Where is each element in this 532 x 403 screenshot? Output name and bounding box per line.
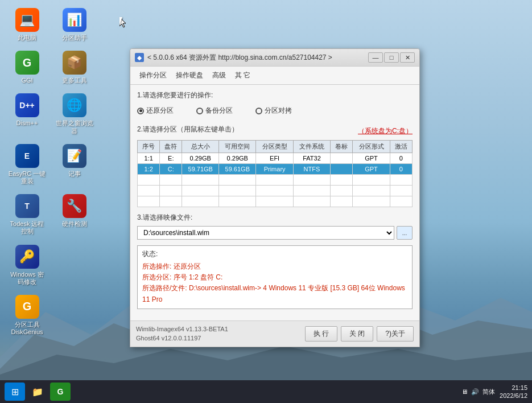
icon-todesk[interactable]: T Todesk 远程控制 <box>6 192 48 237</box>
more-tools-icon-img: 📦 <box>63 51 86 75</box>
dism-icon-label: Dism++ <box>17 120 38 127</box>
menu-advanced[interactable]: 高级 <box>208 69 230 82</box>
menu-partition-ops[interactable]: 操作分区 <box>135 69 171 82</box>
desktop-icons: 💻 此电脑 📊 分区助手 G GGI 📦 更多工具 D++ Dism++ 🌐 世… <box>6 6 96 338</box>
partition-assist-icon-img: 📊 <box>63 8 86 32</box>
svg-marker-3 <box>119 17 126 27</box>
image-input-row: D:\sources\install.wim ... <box>137 226 413 240</box>
th-avail: 可用空间 <box>219 141 256 153</box>
radio-backup[interactable]: 备份分区 <box>196 106 233 116</box>
icon-diskgenius[interactable]: G 分区工具 DiskGenius <box>6 293 48 338</box>
notepad-icon-label: 记事 <box>68 170 81 178</box>
table-row[interactable]: 1:2C:59.71GB59.61GBPrimaryNTFSGPT0 <box>138 164 413 175</box>
ime-tray-label[interactable]: 简体 <box>482 388 495 396</box>
th-active: 激活 <box>390 141 412 153</box>
hw-detect-icon-label: 硬件检测 <box>62 220 87 228</box>
execute-button[interactable]: 执 行 <box>305 326 337 342</box>
radio-compare-circle <box>255 108 262 114</box>
status-line-0: 所选操作: 还原分区 <box>142 261 407 272</box>
computer-icon-img: 💻 <box>15 8 39 32</box>
status-section: 状态: 所选操作: 还原分区所选分区: 序号 1:2 盘符 C:所选路径/文件:… <box>137 245 413 309</box>
table-empty-row <box>138 175 413 186</box>
clock-date: 2022/6/12 <box>500 392 527 400</box>
icon-world[interactable]: 🌐 世界之窗浏览器 <box>53 91 96 137</box>
th-type: 分区类型 <box>256 141 293 153</box>
menu-other[interactable]: 其 它 <box>230 69 255 82</box>
table-row[interactable]: 1:1E:0.29GB0.29GBEFIFAT32GPT0 <box>138 153 413 164</box>
g-icon: G <box>57 387 64 396</box>
radio-backup-label: 备份分区 <box>205 106 233 116</box>
radio-compare[interactable]: 分区对拷 <box>255 106 292 116</box>
icon-computer[interactable]: 💻 此电脑 <box>6 6 48 44</box>
radio-restore[interactable]: 还原分区 <box>137 106 174 116</box>
table-empty-row <box>138 196 413 207</box>
footer-lib: Wimlib-Imagex64 v1.13.3-BETA1 <box>136 324 228 334</box>
icon-row-6: 🔑 Windows 密码修改 <box>6 242 96 288</box>
icon-gg[interactable]: G GGI <box>6 48 48 87</box>
dialog-controls: — □ ✕ <box>368 52 415 63</box>
dialog-footer: Wimlib-Imagex64 v1.13.3-BETA1 Ghost64 v1… <box>130 320 419 347</box>
winpass-icon-label: Windows 密码修改 <box>8 271 46 286</box>
world-icon-img: 🌐 <box>63 93 86 117</box>
radio-restore-label: 还原分区 <box>146 106 174 116</box>
menu-bar: 操作分区 操作硬盘 高级 其 它 <box>130 67 419 85</box>
icon-winpass[interactable]: 🔑 Windows 密码修改 <box>6 242 48 288</box>
start-button[interactable]: ⊞ <box>5 383 25 401</box>
image-section: 3.请选择映像文件: D:\sources\install.wim ... <box>137 213 413 240</box>
file-explorer-icon: 📁 <box>32 386 43 397</box>
table-empty-row <box>138 186 413 196</box>
diskgenius-icon-img: G <box>15 295 39 319</box>
icon-row-3: D++ Dism++ 🌐 世界之窗浏览器 <box>6 91 96 137</box>
status-title: 状态: <box>142 249 407 259</box>
icon-row-4: E EasyRC 一键重装 📝 记事 <box>6 142 96 187</box>
icon-hw-detect[interactable]: 🔧 硬件检测 <box>53 192 96 237</box>
close-dialog-button[interactable]: 关 闭 <box>341 326 373 342</box>
dialog-title-left: ◆ < 5.0.0.6 x64 资源外置 http://blog.sina.co… <box>135 53 332 63</box>
radio-compare-label: 分区对拷 <box>265 106 292 116</box>
menu-disk-ops[interactable]: 操作硬盘 <box>171 69 208 82</box>
minimize-button[interactable]: — <box>368 52 383 63</box>
icon-dism[interactable]: D++ Dism++ <box>6 91 48 137</box>
dialog-title-text: < 5.0.0.6 x64 资源外置 http://blog.sina.com.… <box>147 53 332 63</box>
about-button[interactable]: ?)关于 <box>377 326 414 342</box>
th-format: 分区形式 <box>353 141 390 153</box>
icon-row-1: 💻 此电脑 📊 分区助手 <box>6 6 96 44</box>
dialog-window: ◆ < 5.0.0.6 x64 资源外置 http://blog.sina.co… <box>130 48 420 347</box>
sys-disk-label[interactable]: （系统盘为C:盘） <box>358 126 413 136</box>
dialog-app-icon: ◆ <box>135 53 144 62</box>
th-total: 总大小 <box>182 141 219 153</box>
gg-icon-label: GGI <box>21 77 32 84</box>
g-button[interactable]: G <box>50 383 71 401</box>
status-line-2: 所选路径/文件: D:\sources\install.wim-> 4 Wind… <box>142 283 407 305</box>
icon-partition-assist[interactable]: 📊 分区助手 <box>53 6 96 44</box>
section3-label: 3.请选择映像文件: <box>137 213 413 223</box>
image-path-select[interactable]: D:\sources\install.wim <box>137 226 394 240</box>
taskbar: ⊞ 📁 G 🖥 🔊 简体 21:15 2022/6/12 <box>0 380 532 403</box>
maximize-button[interactable]: □ <box>384 52 399 63</box>
monitor-tray-icon: 🖥 <box>461 388 468 395</box>
radio-backup-circle <box>196 108 203 114</box>
partition-assist-icon-label: 分区助手 <box>62 34 87 42</box>
close-button[interactable]: ✕ <box>400 52 415 63</box>
icon-easyrc[interactable]: E EasyRC 一键重装 <box>6 142 48 187</box>
dialog-titlebar: ◆ < 5.0.0.6 x64 资源外置 http://blog.sina.co… <box>130 49 419 67</box>
section2-label: 2.请选择分区（用鼠标左键单击） <box>137 125 238 134</box>
taskbar-left: ⊞ 📁 G <box>5 383 71 401</box>
table-header-row: 序号 盘符 总大小 可用空间 分区类型 文件系统 卷标 分区形式 激活 <box>138 141 413 153</box>
dialog-body: 1.请选择您要进行的操作: 还原分区 备份分区 分区对拷 2.请选择分区（用鼠标… <box>130 85 419 320</box>
easyrc-icon-label: EasyRC 一键重装 <box>8 170 46 185</box>
mouse-cursor <box>119 17 126 27</box>
section1-label: 1.请选择您要进行的操作: <box>137 91 413 100</box>
icon-more-tools[interactable]: 📦 更多工具 <box>53 48 96 87</box>
clock: 21:15 2022/6/12 <box>500 384 527 400</box>
status-lines: 所选操作: 还原分区所选分区: 序号 1:2 盘符 C:所选路径/文件: D:\… <box>142 261 407 305</box>
icon-notepad[interactable]: 📝 记事 <box>53 142 96 187</box>
clock-time: 21:15 <box>500 384 527 392</box>
dism-icon-img: D++ <box>15 93 39 117</box>
footer-info: Wimlib-Imagex64 v1.13.3-BETA1 Ghost64 v1… <box>136 324 228 343</box>
computer-icon-label: 此电脑 <box>18 34 36 42</box>
browse-button[interactable]: ... <box>397 226 413 240</box>
icon-row-7: G 分区工具 DiskGenius <box>6 293 96 338</box>
file-explorer-button[interactable]: 📁 <box>27 383 48 401</box>
winpass-icon-img: 🔑 <box>15 245 39 269</box>
